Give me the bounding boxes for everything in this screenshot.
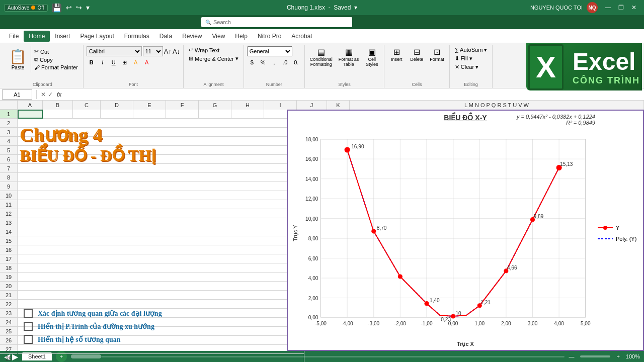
zoom-slider[interactable] bbox=[580, 355, 610, 357]
menu-nitro[interactable]: Nitro Pro bbox=[253, 31, 286, 42]
row-21[interactable]: 21 bbox=[0, 291, 17, 300]
format-as-table-button[interactable]: ▦ Format asTable bbox=[337, 46, 361, 68]
row-8[interactable]: 8 bbox=[0, 173, 17, 182]
format-button[interactable]: ⊡ Format bbox=[428, 46, 446, 63]
currency-button[interactable]: $ bbox=[247, 57, 257, 67]
menu-page-layout[interactable]: Page Layout bbox=[75, 31, 119, 42]
row-28-cells[interactable] bbox=[18, 354, 304, 362]
cancel-formula-icon[interactable]: ✕ bbox=[41, 91, 46, 98]
delete-button[interactable]: ⊟ Delete bbox=[408, 46, 426, 63]
row-6[interactable]: 6 bbox=[0, 155, 17, 164]
row-5-cells[interactable] bbox=[18, 146, 304, 155]
row-20[interactable]: 20 bbox=[0, 282, 17, 291]
font-color-button[interactable]: A bbox=[142, 57, 152, 67]
cell-e1[interactable] bbox=[133, 110, 166, 119]
number-format-select[interactable]: General bbox=[247, 46, 292, 56]
row-16-cells[interactable] bbox=[18, 245, 304, 254]
row-8-cells[interactable] bbox=[18, 173, 304, 182]
row-3[interactable]: 3 bbox=[0, 128, 17, 137]
italic-button[interactable]: I bbox=[98, 57, 108, 67]
col-header-h[interactable]: H bbox=[231, 101, 264, 110]
row-12-cells[interactable] bbox=[18, 209, 304, 218]
row-27-cells[interactable] bbox=[18, 345, 304, 354]
row-18-cells[interactable] bbox=[18, 263, 304, 273]
autosum-button[interactable]: ∑ AutoSum ▾ bbox=[453, 46, 490, 54]
cell-b1[interactable] bbox=[43, 110, 73, 119]
cell-g1[interactable] bbox=[199, 110, 231, 119]
row-18[interactable]: 18 bbox=[0, 263, 17, 273]
more-icon[interactable]: ▾ bbox=[86, 4, 90, 12]
merge-dropdown-icon[interactable]: ▾ bbox=[235, 55, 238, 62]
row-26[interactable]: 26 bbox=[0, 336, 17, 345]
row-13-cells[interactable] bbox=[18, 218, 304, 227]
row-5[interactable]: 5 bbox=[0, 146, 17, 155]
paste-button[interactable]: 📋 Paste bbox=[5, 46, 31, 72]
increase-font-icon[interactable]: A↑ bbox=[164, 48, 172, 55]
restore-button[interactable]: ❐ bbox=[615, 2, 627, 14]
row-6-cells[interactable] bbox=[18, 155, 304, 164]
col-header-i[interactable]: I bbox=[264, 101, 297, 110]
insert-button[interactable]: ⊞ Insert bbox=[387, 46, 406, 63]
col-header-f[interactable]: F bbox=[166, 101, 199, 110]
row-15-cells[interactable] bbox=[18, 236, 304, 245]
col-header-b[interactable]: B bbox=[43, 101, 73, 110]
search-input[interactable]: 🔍 Search bbox=[201, 17, 352, 27]
redo-icon[interactable]: ↪ bbox=[76, 4, 82, 12]
zoom-in-icon[interactable]: + bbox=[616, 353, 619, 359]
row-25[interactable]: 25 bbox=[0, 327, 17, 336]
fill-button[interactable]: ⬇ Fill ▾ bbox=[453, 55, 474, 62]
row-23-cells[interactable] bbox=[18, 309, 304, 318]
font-size-select[interactable]: 11 bbox=[143, 46, 163, 56]
col-header-rest[interactable]: L M N O P Q R S T U V W bbox=[350, 101, 644, 110]
col-header-g[interactable]: G bbox=[199, 101, 231, 110]
row-27[interactable]: 27 bbox=[0, 345, 17, 354]
conditional-formatting-button[interactable]: ▤ ConditionalFormatting bbox=[308, 46, 335, 68]
cell-d1[interactable] bbox=[101, 110, 133, 119]
merge-button[interactable]: ⊠ Merge & Center ▾ bbox=[187, 55, 240, 62]
menu-formulas[interactable]: Formulas bbox=[119, 31, 154, 42]
border-button[interactable]: ⊞ bbox=[120, 57, 130, 67]
row-25-cells[interactable] bbox=[18, 327, 304, 336]
row-4-cells[interactable] bbox=[18, 137, 304, 146]
row-4[interactable]: 4 bbox=[0, 137, 17, 146]
cell-c1[interactable] bbox=[73, 110, 101, 119]
decrease-font-icon[interactable]: A↓ bbox=[173, 48, 180, 55]
decrease-decimal-button[interactable]: 0. bbox=[291, 57, 301, 67]
row-12[interactable]: 12 bbox=[0, 209, 17, 218]
row-19[interactable]: 19 bbox=[0, 273, 17, 282]
row-23[interactable]: 23 bbox=[0, 309, 17, 318]
row-20-cells[interactable] bbox=[18, 282, 304, 291]
row-17[interactable]: 17 bbox=[0, 254, 17, 263]
zoom-out-icon[interactable]: — bbox=[569, 353, 574, 359]
row-10[interactable]: 10 bbox=[0, 191, 17, 200]
font-face-select[interactable]: Calibri bbox=[87, 46, 142, 56]
close-button[interactable]: ✕ bbox=[628, 2, 640, 14]
row-7-cells[interactable] bbox=[18, 164, 304, 173]
formula-input[interactable] bbox=[63, 92, 642, 98]
increase-decimal-button[interactable]: .0 bbox=[280, 57, 290, 67]
copy-button[interactable]: ⧉ Copy bbox=[32, 56, 80, 63]
cell-f1[interactable] bbox=[166, 110, 199, 119]
row-14-cells[interactable] bbox=[18, 227, 304, 236]
confirm-formula-icon[interactable]: ✓ bbox=[48, 91, 53, 98]
row-9[interactable]: 9 bbox=[0, 182, 17, 191]
percent-button[interactable]: % bbox=[258, 57, 268, 67]
menu-view[interactable]: View bbox=[207, 31, 230, 42]
menu-review[interactable]: Review bbox=[177, 31, 207, 42]
save-icon[interactable]: 💾 bbox=[52, 3, 62, 13]
minimize-button[interactable]: — bbox=[602, 2, 614, 14]
cell-a1[interactable] bbox=[18, 110, 43, 119]
row-13[interactable]: 13 bbox=[0, 218, 17, 227]
row-14[interactable]: 14 bbox=[0, 227, 17, 236]
col-header-j[interactable]: J bbox=[297, 101, 327, 110]
row-2-cells[interactable] bbox=[18, 119, 304, 128]
row-22-cells[interactable] bbox=[18, 300, 304, 309]
clear-button[interactable]: ✕ Clear ▾ bbox=[453, 63, 480, 71]
row-22[interactable]: 22 bbox=[0, 300, 17, 309]
row-24-cells[interactable] bbox=[18, 318, 304, 327]
col-header-a[interactable]: A bbox=[18, 101, 43, 110]
row-24[interactable]: 24 bbox=[0, 318, 17, 327]
cell-styles-button[interactable]: ▣ CellStyles bbox=[363, 46, 381, 68]
row-16[interactable]: 16 bbox=[0, 245, 17, 254]
menu-data[interactable]: Data bbox=[154, 31, 177, 42]
